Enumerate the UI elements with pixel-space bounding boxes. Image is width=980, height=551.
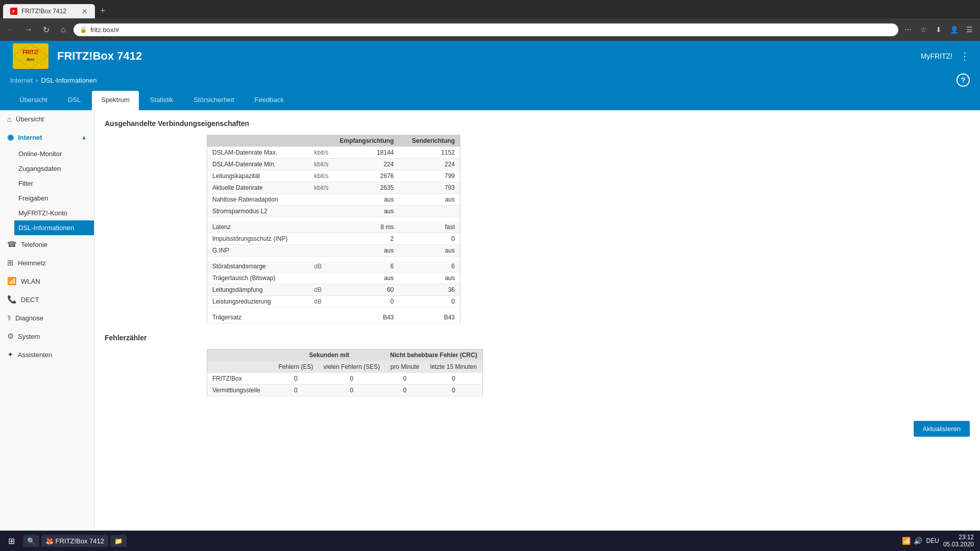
row-empf: 224 [335,159,399,170]
th-nicht-behebbare: Nicht behebbare Fehler (CRC) [385,349,482,361]
error-row-es: 0 [274,373,318,385]
row-empf: aus [335,272,399,284]
sidebar-item-diagnose[interactable]: ⚕ Diagnose [0,309,94,327]
row-send: B43 [399,312,460,323]
start-button[interactable]: ⊞ [4,534,19,548]
taskbar-search-button[interactable]: 🔍 [23,535,39,547]
th-crc-15: letzte 15 Minuten [425,361,482,373]
myfritze-link[interactable]: MyFRITZ! [921,52,952,60]
row-unit [309,245,335,257]
row-unit: dB [309,261,335,272]
sidebar-item-online-monitor[interactable]: Online-Monitor [14,146,94,161]
tab-stoersicherheit[interactable]: Störsicherheit [184,91,243,110]
firefox-sync-button[interactable]: 👤 [947,23,961,36]
online-monitor-label: Online-Monitor [18,150,62,158]
row-label: Störabstandsmarge [207,261,309,272]
th-sekunden-mit: Sekunden mit [274,349,385,361]
tab-dsl[interactable]: DSL [59,91,90,110]
row-label: DSLAM-Datenrate Max. [207,147,309,159]
svg-text:Box: Box [27,57,35,62]
extensions-button[interactable]: ⋯ [901,23,915,36]
sidebar-item-assistenten[interactable]: ✦ Assistenten [0,345,94,364]
sidebar-item-zugangsdaten[interactable]: Zugangsdaten [14,161,94,176]
connection-table: Empfangsrichtung Senderichtung DSLAM-Dat… [207,135,460,323]
row-label: Aktuelle Datenrate [207,182,309,194]
taskbar-clock: 23:12 05.03.2020 [943,534,974,548]
tab-close-button[interactable]: ✕ [82,7,88,15]
sidebar-item-wlan[interactable]: 📶 WLAN [0,272,94,290]
connection-table-wrapper: Empfangsrichtung Senderichtung DSLAM-Dat… [207,135,970,323]
tab-feedback[interactable]: Feedback [246,91,293,110]
forward-button[interactable]: → [21,22,36,37]
menu-button[interactable]: ☰ [963,23,976,36]
sidebar-item-internet[interactable]: ◉ Internet ▲ [0,128,94,146]
header-more-button[interactable]: ⋮ [960,50,970,62]
th-crc-min: pro Minute [385,361,425,373]
tab-spektrum[interactable]: Spektrum [92,91,139,110]
bookmark-button[interactable]: ☆ [917,23,930,36]
sidebar-item-dect[interactable]: 📞 DECT [0,290,94,309]
wlan-icon: 📶 [7,277,17,286]
sidebar: ⌂ Übersicht ◉ Internet ▲ Online-Monitor … [0,110,94,534]
row-send: aus [399,272,460,284]
row-empf: B43 [335,312,399,323]
zugangsdaten-label: Zugangsdaten [18,165,61,172]
taskbar-firefox-button[interactable]: 🦊 FRITZ!Box 7412 [41,535,108,547]
help-button[interactable]: ? [957,73,970,87]
error-table-header-row2: Fehlern (ES) vielen Fehlern (SES) pro Mi… [207,361,483,373]
address-bar[interactable]: 🔒 fritz.box/# [74,23,898,36]
table-row: G.INP aus aus [207,245,460,257]
table-row: DSLAM-Datenrate Max. kbit/s 18144 1152 [207,147,460,159]
sidebar-item-filter[interactable]: Filter [14,176,94,191]
pocket-button[interactable]: ⬇ [932,23,945,36]
table-row: Leitungsdämpfung dB 60 36 [207,284,460,296]
system-icon: ⚙ [7,332,14,341]
tab-uebersicht[interactable]: Übersicht [10,91,57,110]
taskbar-explorer-button[interactable]: 📁 [110,535,127,547]
error-row-ses: 0 [318,373,385,385]
tab-statistik[interactable]: Statistik [141,91,183,110]
assistenten-icon: ✦ [7,350,14,359]
aktualisieren-button[interactable]: Aktualisieren [914,421,970,437]
sidebar-item-system[interactable]: ⚙ System [0,327,94,345]
sidebar-item-telefonie[interactable]: ☎ Telefonie [0,235,94,254]
dsl-informationen-label: DSL-Informationen [18,224,74,232]
row-send: 224 [399,159,460,170]
logo-area: FRITZ! Box FRITZ! Box [10,42,57,70]
taskbar-system-icons: 📶 🔊 [902,537,922,545]
taskbar: ⊞ 🔍 🦊 FRITZ!Box 7412 📁 📶 🔊 DEU 23:12 05.… [0,531,980,551]
error-table-row: FRITZ!Box 0 0 0 0 [207,373,483,385]
th-es: Fehlern (ES) [274,361,318,373]
row-send: 36 [399,284,460,296]
row-unit [309,272,335,284]
row-send [399,206,460,217]
th-unit [309,135,335,147]
th-ses: vielen Fehlern (SES) [318,361,385,373]
new-tab-button[interactable]: + [95,4,111,18]
table-row: Leistungsreduzierung dB 0 0 [207,296,460,308]
error-row-crc-min: 0 [385,373,425,385]
row-send: aus [399,245,460,257]
sidebar-item-freigaben[interactable]: Freigaben [14,191,94,206]
row-empf: 60 [335,284,399,296]
browser-tab-active[interactable]: F FRITZ!Box 7412 ✕ [3,4,95,18]
breadcrumb-internet-link[interactable]: Internet [10,77,33,84]
error-row-crc-min: 0 [385,385,425,396]
sidebar-item-dsl-informationen[interactable]: DSL-Informationen [14,220,94,235]
row-empf: 2 [335,233,399,245]
wlan-label: WLAN [21,278,40,285]
row-label: Trägersatz [207,312,309,323]
home-button[interactable]: ⌂ [56,22,70,37]
row-unit: kbit/s [309,147,335,159]
sidebar-item-heimnetz[interactable]: ⊞ Heimnetz [0,254,94,272]
header-title: FRITZ!Box 7412 [57,49,921,63]
reload-button[interactable]: ↻ [39,22,53,37]
row-label: Impulsstörungsschutz (INP) [207,233,309,245]
system-label: System [18,333,40,340]
sidebar-item-uebersicht[interactable]: ⌂ Übersicht [0,110,94,128]
filter-label: Filter [18,180,33,187]
sidebar-item-myfritz-konto[interactable]: MyFRITZ!-Konto [14,206,94,220]
browser-tabs: F FRITZ!Box 7412 ✕ + [0,0,980,18]
page-wrapper: FRITZ! Box FRITZ! Box FRITZ!Box 7412 MyF… [0,41,980,551]
back-button[interactable]: ← [4,22,18,37]
